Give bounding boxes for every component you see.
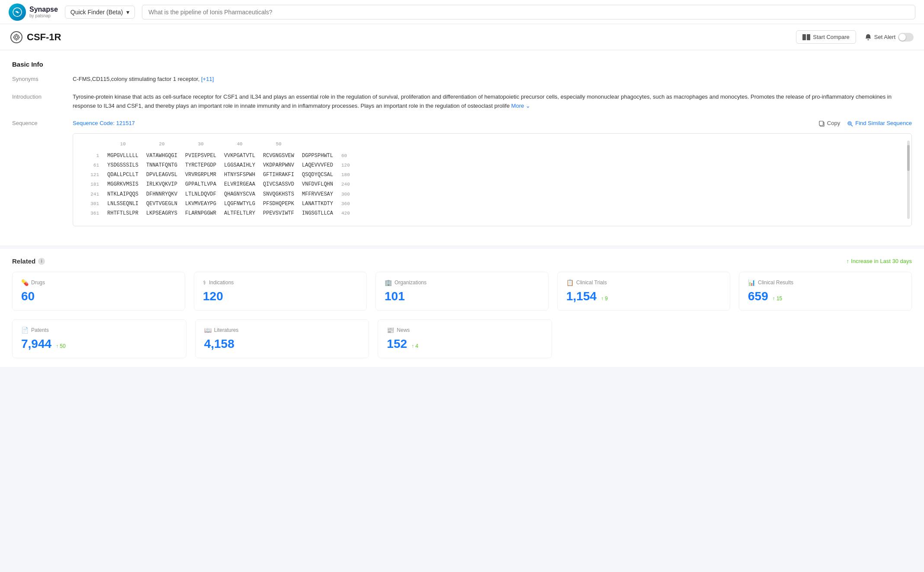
seq-block: PVIEPSVPEL: [181, 152, 220, 160]
card-value-area: 152 ↑ 4: [387, 337, 543, 351]
seq-block: MGGRKVMSIS: [103, 180, 142, 189]
card-value: 120: [203, 289, 223, 303]
sequence-box[interactable]: 10 20 30 40 50 1 MGPGVLLLLLVATAWHGQGIPVI…: [73, 133, 912, 226]
card-label-text: Indications: [209, 280, 234, 286]
card-value: 1,154: [566, 289, 597, 303]
copy-button[interactable]: Copy: [819, 119, 840, 128]
seq-num-left: 301: [82, 200, 103, 208]
seq-num-right: 240: [337, 181, 359, 189]
seq-block: DFHNNRYQKV: [142, 190, 181, 199]
seq-block: QHAGNYSCVA: [220, 190, 259, 199]
seq-num-right: 180: [337, 171, 359, 179]
synonyms-more-link[interactable]: [+11]: [201, 76, 214, 82]
seq-num-right: 300: [337, 191, 359, 199]
card-value-area: 60: [21, 289, 176, 303]
seq-block: QSQDYQCSAL: [298, 171, 337, 179]
seq-block: RHTFTLSLPR: [103, 209, 142, 218]
sequence-row: 301 LNLSSEQNLIQEVTVGEGLNLKVMVEAYPGLQGFNW…: [82, 200, 903, 208]
related-card[interactable]: 💊 Drugs 60: [12, 272, 185, 311]
sequence-header: Sequence Code: 121517 Copy: [73, 119, 912, 128]
seq-block: PFSDHQPEPK: [259, 200, 298, 208]
more-link[interactable]: More ⌄: [511, 103, 530, 109]
seq-num-left: 181: [82, 181, 103, 189]
related-card[interactable]: 📋 Clinical Trials 1,154 ↑ 9: [557, 272, 730, 311]
seq-num-left: 61: [82, 162, 103, 170]
synonyms-row: Synonyms C-FMS,CD115,colony stimulating …: [12, 75, 912, 84]
seq-block: QDALLPCLLT: [103, 171, 142, 179]
related-card[interactable]: 📖 Literatures 4,158: [195, 319, 369, 358]
svg-point-2: [14, 35, 19, 40]
card-label: ⚕ Indications: [203, 279, 358, 286]
card-label-text: Literatures: [214, 327, 239, 333]
related-header: Related i ↑ Increase in Last 30 days: [12, 257, 912, 265]
card-label: 📰 News: [387, 327, 543, 334]
seq-block: TYRCTEPGDP: [181, 161, 220, 170]
card-value-area: 7,944 ↑ 50: [21, 337, 177, 351]
card-label-text: Clinical Results: [758, 280, 793, 286]
seq-block: DPVLEAGVSL: [142, 171, 181, 179]
seq-num-left: 241: [82, 191, 103, 199]
related-info-icon[interactable]: i: [38, 258, 45, 265]
related-card[interactable]: ⚕ Indications 120: [194, 272, 367, 311]
card-label-text: Drugs: [31, 280, 45, 286]
sequence-row: 241 NTKLAIPQQSDFHNNRYQKVLTLNLDQVDFQHAGNY…: [82, 190, 903, 199]
card-value-area: 659 ↑ 15: [748, 289, 903, 303]
seq-blocks: MGGRKVMSISIRLKVQKVIPGPPALTLVPAELVRIRGEAA…: [103, 180, 337, 189]
logo: Synapse by patsnap: [9, 3, 58, 21]
app-header: Synapse by patsnap Quick Finder (Beta) ▾: [0, 0, 924, 24]
introduction-row: Introduction Tyrosine-protein kinase tha…: [12, 93, 912, 111]
card-value-area: 1,154 ↑ 9: [566, 289, 721, 303]
seq-block: SNVQGKHSTS: [259, 190, 298, 199]
start-compare-label: Start Compare: [813, 34, 850, 40]
find-similar-label: Find Similar Sequence: [855, 119, 912, 128]
related-title: Related i: [12, 257, 45, 265]
start-compare-button[interactable]: Start Compare: [796, 30, 856, 44]
related-section: Related i ↑ Increase in Last 30 days 💊 D…: [0, 245, 924, 367]
related-card[interactable]: 📊 Clinical Results 659 ↑ 15: [739, 272, 912, 311]
related-grid-top: 💊 Drugs 60 ⚕ Indications 120 🏢 Organizat…: [12, 272, 912, 311]
seq-block: IRLKVQKVIP: [142, 180, 181, 189]
alert-icon: [865, 34, 872, 41]
related-card[interactable]: 📰 News 152 ↑ 4: [378, 319, 552, 358]
sequence-ruler: 10 20 30 40 50: [82, 141, 903, 148]
sequence-code[interactable]: Sequence Code: 121517: [73, 119, 135, 128]
set-alert-label: Set Alert: [874, 34, 895, 40]
find-similar-button[interactable]: Find Similar Sequence: [847, 119, 912, 128]
seq-block: YSDGSSSILS: [103, 161, 142, 170]
card-value: 152: [387, 337, 407, 350]
svg-rect-9: [807, 34, 810, 40]
svg-point-3: [15, 36, 18, 39]
seq-block: INGSGTLLCA: [298, 209, 337, 218]
sequence-row: Sequence Sequence Code: 121517 Copy: [12, 119, 912, 226]
set-alert-toggle[interactable]: [898, 33, 914, 42]
card-value: 659: [748, 289, 768, 303]
related-grid-bottom: 📄 Patents 7,944 ↑ 50 📖 Literatures 4,158…: [12, 319, 552, 358]
seq-block: DGPPSPHWTL: [298, 152, 337, 160]
sequence-scrollbar[interactable]: [907, 141, 910, 219]
seq-block: VATAWHGQGI: [142, 152, 181, 160]
seq-block: LTLNLDQVDF: [181, 190, 220, 199]
sequence-row: 61 YSDGSSSILSTNNATFQNTGTYRCTEPGDPLGGSAAI…: [82, 161, 903, 170]
seq-block: VNFDVFLQHN: [298, 180, 337, 189]
find-similar-icon: [847, 121, 853, 127]
seq-num-left: 361: [82, 210, 103, 218]
target-icon: [10, 31, 22, 43]
card-icon: 🏢: [385, 279, 392, 286]
search-input[interactable]: [142, 5, 915, 19]
seq-block: NTKLAIPQQS: [103, 190, 142, 199]
seq-block: LAQEVVVFED: [298, 161, 337, 170]
related-label: Related: [12, 257, 35, 265]
card-value-area: 101: [385, 289, 539, 303]
seq-block: VKDPARPWNV: [259, 161, 298, 170]
arrow-up-icon: ↑: [847, 258, 850, 264]
card-icon: 📄: [21, 327, 29, 334]
chevron-down-icon: ▾: [126, 9, 129, 16]
seq-blocks: LNLSSEQNLIQEVTVGEGLNLKVMVEAYPGLQGFNWTYLG…: [103, 200, 337, 208]
page-title: CSF-1R: [27, 32, 61, 43]
basic-info-section: Basic Info Synonyms C-FMS,CD115,colony s…: [0, 50, 924, 245]
quick-finder-dropdown[interactable]: Quick Finder (Beta) ▾: [65, 6, 135, 19]
seq-num-right: 120: [337, 162, 359, 170]
svg-point-12: [848, 122, 851, 125]
related-card[interactable]: 📄 Patents 7,944 ↑ 50: [12, 319, 186, 358]
related-card[interactable]: 🏢 Organizations 101: [375, 272, 549, 311]
